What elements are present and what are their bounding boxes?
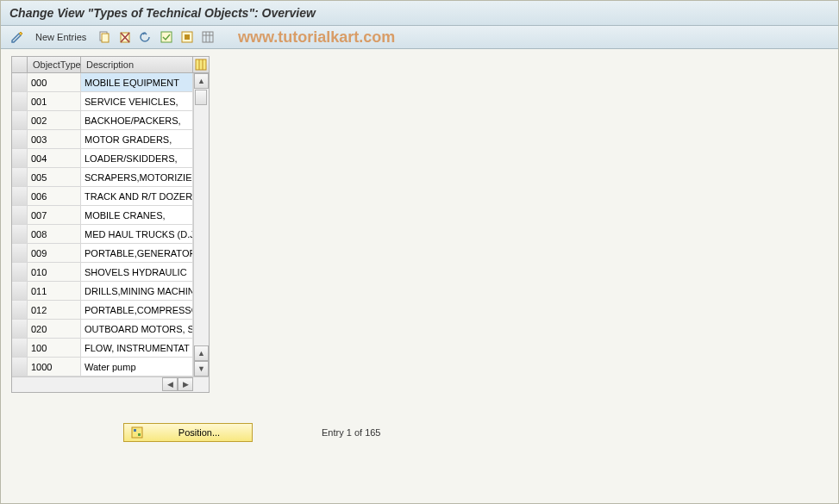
object-type-cell[interactable]: 002 xyxy=(28,111,81,129)
svg-rect-15 xyxy=(138,433,141,436)
table-row[interactable]: 007MOBILE CRANES, xyxy=(12,206,193,225)
svg-rect-5 xyxy=(185,34,190,40)
object-type-cell[interactable]: 020 xyxy=(28,320,81,338)
description-cell[interactable]: SERVICE VEHICLES, xyxy=(81,92,193,110)
svg-rect-6 xyxy=(203,32,213,42)
object-type-cell[interactable]: 001 xyxy=(28,92,81,110)
description-cell[interactable]: MOBILE EQUIPMENT xyxy=(81,73,193,91)
scroll-left-button[interactable]: ◀ xyxy=(162,377,178,391)
content-area: ObjectType Description 000MOBILE EQUIPME… xyxy=(1,49,838,449)
description-cell[interactable]: MOBILE CRANES, xyxy=(81,206,193,224)
table-row[interactable]: 002BACKHOE/PACKERS, xyxy=(12,111,193,130)
table-row[interactable]: 005SCRAPERS,MOTORIZIED xyxy=(12,168,193,187)
table-row[interactable]: 012PORTABLE,COMPRESSO xyxy=(12,301,193,320)
object-type-cell[interactable]: 012 xyxy=(28,301,81,319)
copy-icon[interactable] xyxy=(97,29,112,45)
table-row[interactable]: 008MED HAUL TRUCKS (D.J xyxy=(12,225,193,244)
table-row[interactable]: 004LOADER/SKIDDERS, xyxy=(12,149,193,168)
undo-icon[interactable] xyxy=(138,29,153,45)
description-cell[interactable]: OUTBOARD MOTORS, S xyxy=(81,320,193,338)
row-selector[interactable] xyxy=(12,358,28,376)
row-selector[interactable] xyxy=(12,168,28,186)
position-button[interactable]: Position... xyxy=(123,423,253,442)
table-row[interactable]: 003MOTOR GRADERS, xyxy=(12,130,193,149)
description-cell[interactable]: Water pump xyxy=(81,358,193,376)
toggle-edit-icon[interactable] xyxy=(9,29,25,45)
grid-header-row: ObjectType Description xyxy=(12,57,209,73)
scroll-up-button[interactable]: ▲ xyxy=(194,73,209,89)
table-row[interactable]: 1000Water pump xyxy=(12,358,193,376)
select-all-column-header[interactable] xyxy=(12,57,28,72)
grid-config-icon[interactable] xyxy=(193,57,209,72)
svg-rect-1 xyxy=(102,34,109,42)
scroll-thumb[interactable] xyxy=(195,90,207,105)
object-type-cell[interactable]: 006 xyxy=(28,187,81,205)
row-selector[interactable] xyxy=(12,187,28,205)
table-row[interactable]: 100FLOW, INSTRUMENTAT xyxy=(12,339,193,358)
row-selector[interactable] xyxy=(12,111,28,129)
object-type-cell[interactable]: 008 xyxy=(28,225,81,243)
row-selector[interactable] xyxy=(12,263,28,281)
object-type-cell[interactable]: 009 xyxy=(28,244,81,262)
scroll-track[interactable] xyxy=(194,89,209,345)
table-row[interactable]: 001SERVICE VEHICLES, xyxy=(12,92,193,111)
description-cell[interactable]: MED HAUL TRUCKS (D.J xyxy=(81,225,193,243)
table-settings-icon[interactable] xyxy=(200,29,216,45)
row-selector[interactable] xyxy=(12,225,28,243)
object-type-column-header[interactable]: ObjectType xyxy=(28,57,81,72)
object-type-cell[interactable]: 004 xyxy=(28,149,81,167)
table-row[interactable]: 006TRACK AND R/T DOZER xyxy=(12,187,193,206)
entry-count-text: Entry 1 of 165 xyxy=(322,427,381,438)
select-all-icon[interactable] xyxy=(159,29,174,45)
horizontal-scrollbar[interactable]: ◀ ▶ xyxy=(12,376,209,392)
table-row[interactable]: 010SHOVELS HYDRAULIC xyxy=(12,263,193,282)
deselect-all-icon[interactable] xyxy=(179,29,195,45)
description-cell[interactable]: SHOVELS HYDRAULIC xyxy=(81,263,193,281)
description-cell[interactable]: TRACK AND R/T DOZER xyxy=(81,187,193,205)
object-type-cell[interactable]: 100 xyxy=(28,339,81,357)
row-selector[interactable] xyxy=(12,282,28,300)
toolbar: New Entries www.tutorialkart.com xyxy=(1,26,838,49)
object-type-cell[interactable]: 003 xyxy=(28,130,81,148)
table-row[interactable]: 000MOBILE EQUIPMENT xyxy=(12,73,193,92)
object-type-cell[interactable]: 005 xyxy=(28,168,81,186)
vertical-scrollbar[interactable]: ▲ ▲ ▼ xyxy=(193,73,209,376)
delete-icon[interactable] xyxy=(117,29,133,45)
svg-rect-10 xyxy=(196,59,206,70)
description-cell[interactable]: PORTABLE,COMPRESSO xyxy=(81,301,193,319)
row-selector[interactable] xyxy=(12,301,28,319)
description-cell[interactable]: LOADER/SKIDDERS, xyxy=(81,149,193,167)
position-button-label: Position... xyxy=(153,427,245,438)
row-selector[interactable] xyxy=(12,73,28,91)
description-column-header[interactable]: Description xyxy=(81,57,193,72)
data-grid: ObjectType Description 000MOBILE EQUIPME… xyxy=(11,56,210,393)
position-icon xyxy=(131,426,143,439)
object-type-cell[interactable]: 011 xyxy=(28,282,81,300)
object-type-cell[interactable]: 007 xyxy=(28,206,81,224)
row-selector[interactable] xyxy=(12,339,28,357)
table-row[interactable]: 011DRILLS,MINING MACHIN xyxy=(12,282,193,301)
table-row[interactable]: 009PORTABLE,GENERATOR xyxy=(12,244,193,263)
row-selector[interactable] xyxy=(12,206,28,224)
svg-rect-3 xyxy=(161,32,172,42)
row-selector[interactable] xyxy=(12,320,28,338)
description-cell[interactable]: MOTOR GRADERS, xyxy=(81,130,193,148)
description-cell[interactable]: FLOW, INSTRUMENTAT xyxy=(81,339,193,357)
scroll-right-button[interactable]: ▶ xyxy=(178,377,193,391)
object-type-cell[interactable]: 010 xyxy=(28,263,81,281)
description-cell[interactable]: PORTABLE,GENERATOR xyxy=(81,244,193,262)
description-cell[interactable]: BACKHOE/PACKERS, xyxy=(81,111,193,129)
object-type-cell[interactable]: 000 xyxy=(28,73,81,91)
row-selector[interactable] xyxy=(12,92,28,110)
scroll-down-button[interactable]: ▼ xyxy=(194,361,209,376)
description-cell[interactable]: SCRAPERS,MOTORIZIED xyxy=(81,168,193,186)
object-type-cell[interactable]: 1000 xyxy=(28,358,81,376)
table-row[interactable]: 020OUTBOARD MOTORS, S xyxy=(12,320,193,339)
row-selector[interactable] xyxy=(12,130,28,148)
svg-rect-14 xyxy=(134,429,136,432)
row-selector[interactable] xyxy=(12,149,28,167)
description-cell[interactable]: DRILLS,MINING MACHIN xyxy=(81,282,193,300)
row-selector[interactable] xyxy=(12,244,28,262)
scroll-page-up-button[interactable]: ▲ xyxy=(194,345,209,361)
new-entries-button[interactable]: New Entries xyxy=(30,30,91,44)
